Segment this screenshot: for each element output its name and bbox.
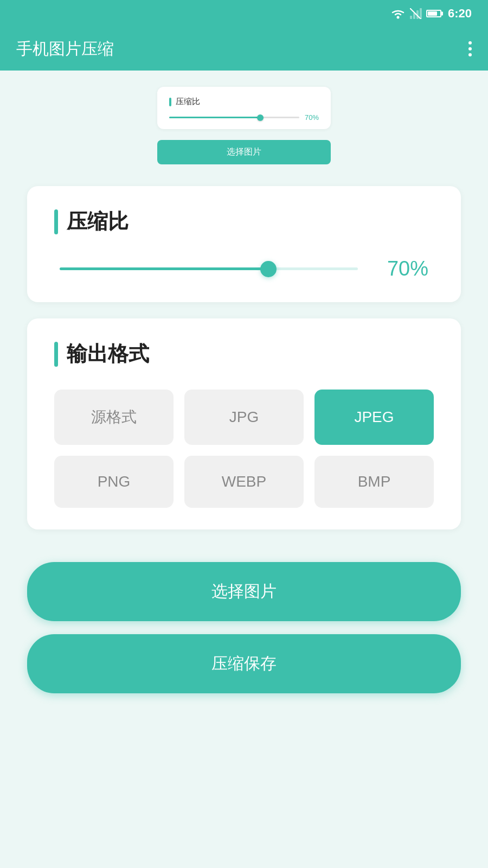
format-card-title: 输出格式	[67, 340, 149, 368]
bottom-buttons: 选择图片 压缩保存	[0, 562, 488, 720]
mini-label-text: 压缩比	[176, 97, 200, 107]
mini-slider-wrap: 70%	[169, 113, 319, 122]
mini-select-button[interactable]: 选择图片	[157, 140, 331, 164]
slider-value-display: 70%	[374, 257, 428, 280]
select-image-button[interactable]: 选择图片	[27, 562, 461, 621]
status-bar: 6:20	[0, 0, 488, 27]
slider-thumb[interactable]	[260, 261, 277, 277]
mini-card-label: 压缩比	[169, 97, 319, 107]
format-button-bmp[interactable]: BMP	[314, 456, 434, 508]
mini-compression-card: 压缩比 70%	[157, 87, 331, 129]
svg-point-0	[396, 16, 399, 19]
more-dot-2	[468, 47, 472, 50]
svg-rect-4	[420, 8, 422, 19]
svg-rect-1	[410, 16, 412, 19]
more-menu-button[interactable]	[468, 41, 472, 56]
app-bar: 手机图片压缩	[0, 27, 488, 71]
main-content: 压缩比 70% 选择图片 压缩比 70% 输出格式	[0, 71, 488, 562]
slider-track[interactable]	[60, 267, 358, 270]
format-button-webp[interactable]: WEBP	[184, 456, 304, 508]
compression-card-title: 压缩比	[67, 208, 129, 235]
format-grid: 源格式JPGJPEGPNGWEBPBMP	[54, 390, 434, 508]
slider-fill	[60, 267, 268, 270]
format-button-jpg[interactable]: JPG	[184, 390, 304, 445]
format-card: 输出格式 源格式JPGJPEGPNGWEBPBMP	[27, 318, 461, 529]
format-card-header: 输出格式	[54, 340, 434, 368]
signal-icon	[410, 8, 422, 19]
mini-slider-track	[169, 117, 299, 118]
format-button-png[interactable]: PNG	[54, 456, 174, 508]
compression-card: 压缩比 70%	[27, 186, 461, 302]
compression-accent-bar	[54, 209, 58, 234]
status-icons	[390, 8, 441, 19]
format-button-jpeg[interactable]: JPEG	[314, 390, 434, 445]
more-dot-3	[468, 53, 472, 56]
compression-card-header: 压缩比	[54, 208, 434, 235]
wifi-icon	[390, 8, 406, 19]
format-button-source[interactable]: 源格式	[54, 390, 174, 445]
mini-slider-value: 70%	[305, 113, 319, 122]
app-title: 手机图片压缩	[16, 38, 114, 60]
format-accent-bar	[54, 342, 58, 367]
more-dot-1	[468, 41, 472, 44]
mini-slider-fill	[169, 117, 260, 118]
battery-icon	[426, 10, 441, 17]
mini-accent-bar	[169, 98, 171, 106]
compress-save-button[interactable]: 压缩保存	[27, 634, 461, 693]
slider-container: 70%	[54, 257, 434, 280]
time-display: 6:20	[448, 7, 472, 21]
mini-slider-thumb	[257, 114, 264, 121]
